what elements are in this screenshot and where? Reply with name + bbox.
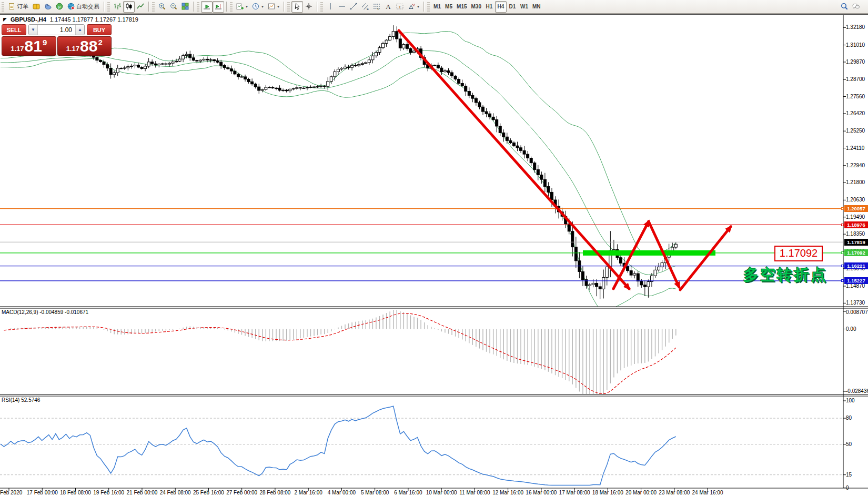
svg-text:F: F [378,7,380,10]
buy-button[interactable]: BUY [87,24,112,35]
autotrading-button[interactable]: 自动交易 [65,1,102,13]
timeframe-h4[interactable]: H4 [495,1,507,13]
one-click-trading-panel: SELL ▼ 1.00 ▲ BUY 1.17 81 9 1.17 88 2 [2,24,112,56]
profiles-button[interactable] [42,1,54,13]
toolbar-separator [317,2,318,12]
toolbar-separator [104,2,105,12]
timeframe-w1[interactable]: W1 [518,1,530,13]
timeframe-m15-label: M15 [457,4,467,9]
trend-arrow[interactable] [399,31,629,289]
toolbar-separator [148,2,149,12]
new-chart-button[interactable]: ▾ [234,1,250,13]
time-tick: 17 Feb 00:00 [27,490,58,495]
toolbar-separator [226,2,227,12]
price-text-object[interactable]: 1.17092 [774,246,823,261]
templates-button[interactable]: ▾ [266,1,281,13]
time-tick: 2 Mar 16:00 [294,490,322,495]
price-level-badge: 1.15227 [844,277,868,284]
badge-notch [841,279,844,282]
volume-down-icon[interactable]: ▼ [29,25,38,35]
buy-price[interactable]: 1.17 88 2 [57,36,112,56]
macd-series [4,310,676,394]
trendline-icon [350,3,357,11]
timeframe-d1-label: D1 [509,4,516,9]
timeframe-h1[interactable]: H1 [483,1,495,13]
time-tick: 28 Feb 08:00 [259,490,290,495]
annotation-text-object[interactable]: 多空转折点 [743,265,827,286]
buy-price-prefix: 1.17 [66,45,79,53]
tile-windows-button[interactable] [179,1,191,13]
chart-shift-button[interactable] [213,1,224,13]
sell-price-prefix: 1.17 [11,45,24,53]
current-price-badge: 1.17819 [844,239,868,246]
collapse-panel-icon[interactable]: ◤ [3,17,7,22]
trendline-button[interactable] [348,1,359,13]
timeframe-m5-label: M5 [445,4,452,9]
shapes-button[interactable]: ▾ [406,1,421,13]
time-tick: 12 Mar 16:00 [492,490,523,495]
timeframe-m5[interactable]: M5 [443,1,455,13]
line-chart-button[interactable] [135,1,146,13]
fibonacci-button[interactable]: F [371,1,382,13]
timeframe-mn[interactable]: MN [530,1,543,13]
periods-button[interactable]: ▾ [250,1,266,13]
terminal-button[interactable] [31,1,42,13]
cloud-icon [44,3,52,11]
text-button[interactable]: A [382,1,394,13]
trend-arrow[interactable] [680,227,731,290]
price-tick: 1.28700 [846,76,868,82]
label-button[interactable]: T [394,1,406,13]
time-tick: 18 Mar 16:00 [592,490,623,495]
channel-button[interactable]: E [359,1,371,13]
timeframe-m15[interactable]: M15 [455,1,469,13]
globe-icon [67,3,75,11]
ohlc-values: 1.17445 1.17877 1.17267 1.17819 [50,16,138,23]
chevron-down-icon[interactable]: ▾ [417,4,419,9]
bar-chart-button[interactable] [112,1,123,13]
timeframe-m30[interactable]: M30 [469,1,483,13]
buy-price-main: 88 [80,38,97,54]
volume-value[interactable]: 1.00 [38,25,75,35]
rsi-indicator-label: RSI(14) 52.5746 [2,397,40,403]
crosshair-button[interactable] [303,1,315,13]
signals-button[interactable]: p [54,1,65,13]
candlestick-chart-button[interactable] [123,1,135,13]
new-order-button[interactable]: 订单 [6,1,31,13]
volume-stepper[interactable]: ▼ 1.00 ▲ [28,24,85,35]
newchart-icon [236,3,244,11]
shift-icon [215,3,222,11]
volume-up-icon[interactable]: ▲ [75,25,84,35]
cursor-button[interactable] [291,1,303,13]
timeframe-d1[interactable]: D1 [507,1,518,13]
price-level-badge: 1.17092 [844,249,868,256]
horizontal-line-button[interactable] [336,1,348,13]
chevron-down-icon[interactable]: ▾ [277,4,279,9]
toolbar-grip [107,2,110,12]
chat-button[interactable] [850,1,862,13]
autoscroll-icon [203,3,210,11]
chevron-down-icon[interactable]: ▾ [246,4,248,9]
rsi-tick: 15 [846,472,868,478]
vertical-line-button[interactable] [325,1,336,13]
search-button[interactable] [839,1,850,13]
bars-icon [114,3,121,11]
chart-canvas[interactable] [0,14,868,496]
timeframe-m1[interactable]: M1 [431,1,443,13]
zoom-in-button[interactable] [156,1,168,13]
sell-price-main: 81 [25,38,42,54]
sell-button[interactable]: SELL [2,24,26,35]
price-tick: 1.22940 [846,163,868,168]
chevron-down-icon[interactable]: ▾ [261,4,264,9]
zoom-in-icon [158,3,166,11]
auto-scroll-button[interactable] [201,1,213,13]
macd-tick: 0.008707 [846,309,868,315]
zoom-out-button[interactable] [168,1,179,13]
badge-notch [841,265,844,267]
price-tick: 1.29870 [846,59,868,65]
new-order-button-label: 订单 [17,3,28,11]
time-tick: 19 Feb 16:00 [93,490,124,495]
support-zone-object[interactable] [583,250,715,256]
sell-price[interactable]: 1.17 81 9 [2,36,56,56]
search-icon [841,3,848,11]
time-tick: 18 Feb 08:00 [60,490,91,495]
